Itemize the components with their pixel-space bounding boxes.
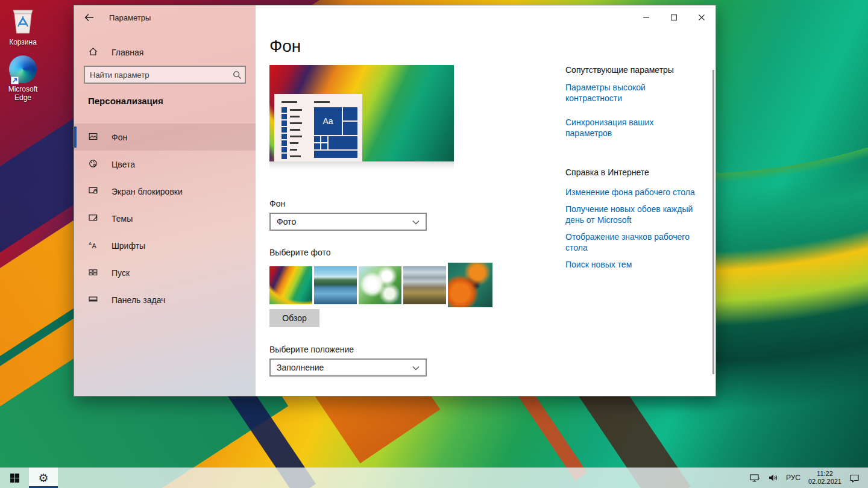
link-find-themes[interactable]: Поиск новых тем [565,259,700,270]
close-button[interactable] [688,5,715,30]
preview-reflection [269,161,454,170]
search-icon[interactable] [229,70,245,80]
clock-date: 02.02.2021 [808,478,841,485]
browse-button[interactable]: Обзор [269,309,319,327]
network-icon[interactable] [750,474,761,482]
system-tray: РУС 11:22 02.02.2021 [750,468,868,488]
dropdown-value: Фото [277,217,296,227]
mock-tile-aa: Aa [314,107,342,135]
mock-list-square [281,127,287,133]
mock-list-line [290,155,301,157]
sidebar-item-label: Панель задач [112,295,165,305]
mock-list-square [281,147,287,152]
window-caption-buttons [632,5,715,30]
start-button[interactable] [0,468,29,488]
background-type-label: Фон [269,199,285,208]
mock-list-square [281,114,287,119]
mock-tile [343,107,357,120]
photo-thumbnail-blossoms[interactable] [359,266,401,304]
mock-list-square [281,107,287,113]
mock-list-square [281,154,287,159]
sidebar-item-label: Главная [112,48,143,57]
sidebar-item-background[interactable]: Фон [74,124,256,151]
mock-list-line [290,122,302,124]
mock-tile [314,151,357,158]
sidebar-item-label: Цвета [112,160,135,169]
clock[interactable]: 11:22 02.02.2021 [808,470,841,486]
mock-dash [314,101,330,103]
sidebar-item-label: Фон [112,133,127,142]
language-indicator[interactable]: РУС [786,474,800,482]
sidebar-item-themes[interactable]: Темы [74,205,256,232]
desktop-icon-edge[interactable]: Microsoft Edge [0,55,46,102]
sidebar-item-taskbar[interactable]: Панель задач [74,286,256,313]
web-help-heading: Справка в Интернете [565,167,700,177]
sidebar-item-colors[interactable]: Цвета [74,151,256,178]
sidebar-item-start[interactable]: Пуск [74,259,256,286]
link-change-background[interactable]: Изменение фона рабочего стола [565,187,700,198]
sidebar-item-fonts[interactable]: AA Шрифты [74,232,256,259]
photo-thumbnail-lake[interactable] [314,266,357,304]
settings-window: Параметры Главная Персонализация Фон [74,5,716,396]
desktop-icon-label: Корзина [0,38,46,46]
chevron-down-icon [412,363,420,372]
taskbar-icon [88,294,98,306]
clock-time: 11:22 [817,470,833,477]
mock-list-square [281,120,287,126]
volume-icon[interactable] [769,474,778,482]
sidebar-item-label: Шрифты [112,241,145,251]
link-high-contrast[interactable]: Параметры высокой контрастности [565,82,700,104]
sidebar-item-label: Экран блокировки [112,187,183,196]
shortcut-arrow-icon [11,77,19,84]
photo-thumbnail-abstract[interactable] [269,266,312,304]
photo-thumbnail-mountains[interactable] [403,266,446,304]
link-new-wallpapers[interactable]: Получение новых обоев каждый день от Mic… [565,204,700,225]
gear-icon: ⚙ [38,472,48,484]
mock-list-line [290,129,300,131]
back-button[interactable] [84,13,97,23]
link-sync-settings[interactable]: Синхронизация ваших параметров [565,117,700,139]
scrollbar[interactable] [712,70,714,374]
desktop-icon-recycle-bin[interactable]: Корзина [0,6,46,46]
search-input[interactable] [85,70,229,80]
mock-list-square [281,140,287,146]
chevron-down-icon [412,217,420,227]
mock-list-line [290,116,300,117]
palette-icon [88,158,98,170]
sidebar-menu: Фон Цвета Экран блокировки Темы [74,124,256,313]
mock-list-line [290,136,302,137]
choose-photo-label: Выберите фото [269,248,331,257]
settings-main-panel: Фон Aa [256,5,715,396]
maximize-button[interactable] [660,5,688,30]
photo-thumbnails [269,262,492,308]
mock-tile [321,143,327,149]
related-settings-column: Сопутствующие параметры Параметры высоко… [565,65,700,270]
svg-text:A: A [89,241,92,246]
position-dropdown[interactable]: Заполнение [269,358,427,377]
home-icon [88,46,98,58]
image-icon [88,131,98,143]
minimize-button[interactable] [632,5,660,30]
mock-tile [314,136,320,142]
mock-list-line [290,149,297,151]
taskbar: ⚙ РУС 11:22 02.02.2021 [0,468,868,488]
svg-text:A: A [92,242,97,249]
settings-search-box [84,66,246,84]
mock-tile [343,122,357,135]
background-type-dropdown[interactable]: Фото [269,213,427,231]
start-tiles-icon [88,267,98,279]
sidebar-item-home[interactable]: Главная [74,43,256,62]
page-title: Фон [269,37,301,56]
mock-dash [281,101,297,103]
taskbar-settings-app[interactable]: ⚙ [29,468,58,488]
recycle-bin-icon [11,25,35,36]
mock-aa-text: Aa [322,116,333,126]
link-show-desktop-icons[interactable]: Отображение значков рабочего стола [565,231,700,253]
sidebar-item-lock-screen[interactable]: Экран блокировки [74,178,256,205]
action-center-icon[interactable] [849,474,860,483]
related-settings-heading: Сопутствующие параметры [565,65,700,75]
photo-thumbnail-lily[interactable] [448,263,492,307]
preview-mock-window: Aa [274,94,362,161]
windows-logo-icon [10,474,19,483]
mock-list-line [290,142,298,144]
